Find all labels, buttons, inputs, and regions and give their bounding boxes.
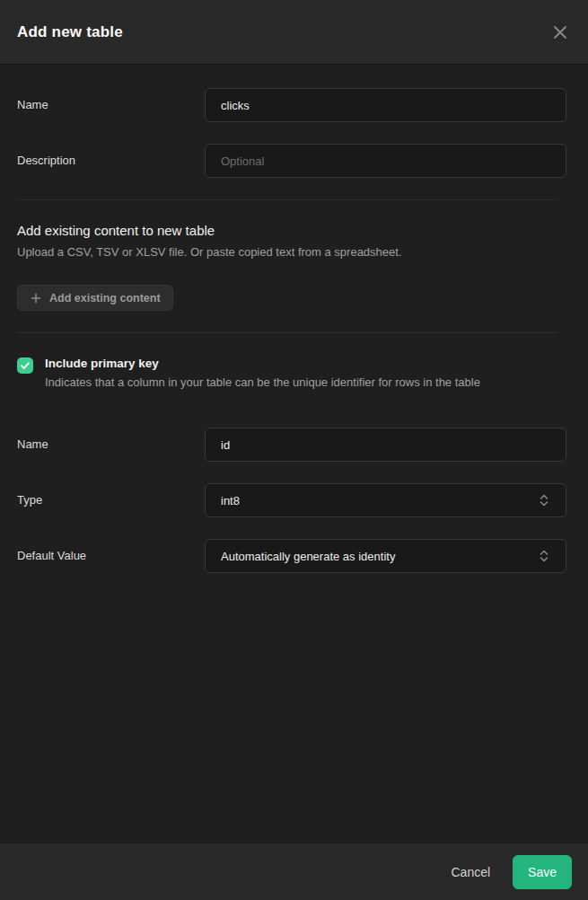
close-button[interactable] (548, 20, 573, 45)
description-input[interactable] (205, 144, 566, 178)
add-new-table-dialog: Add new table Name Description Add exist… (0, 0, 588, 900)
primary-key-row: Include primary key Indicates that a col… (17, 357, 566, 389)
divider (17, 332, 557, 333)
include-primary-key-checkbox[interactable] (17, 357, 33, 374)
primary-key-text: Include primary key Indicates that a col… (45, 357, 480, 389)
save-button[interactable]: Save (513, 855, 572, 889)
dialog-header: Add new table (0, 0, 588, 65)
default-value-row: Default Value Automatically generate as … (17, 539, 566, 573)
add-existing-content-button[interactable]: Add existing content (17, 285, 173, 311)
description-row: Description (17, 144, 566, 178)
import-section-subtitle: Upload a CSV, TSV or XLSV file. Or paste… (17, 245, 566, 259)
check-icon (20, 360, 31, 371)
divider (17, 199, 557, 200)
table-name-label: Name (17, 88, 205, 111)
import-section: Add existing content to new table Upload… (17, 223, 566, 311)
primary-key-description: Indicates that a column in your table ca… (45, 375, 480, 389)
add-existing-content-label: Add existing content (49, 292, 161, 304)
cancel-button[interactable]: Cancel (440, 857, 501, 887)
dialog-title: Add new table (17, 23, 123, 41)
default-value-label: Default Value (17, 539, 205, 562)
column-type-row: Type int8 (17, 483, 566, 517)
chevron-up-down-icon (538, 549, 550, 563)
column-name-row: Name (17, 428, 566, 462)
column-type-value: int8 (221, 494, 240, 507)
dialog-body: Name Description Add existing content to… (0, 66, 588, 843)
table-name-row: Name (17, 88, 566, 122)
plus-icon (30, 292, 42, 304)
column-type-label: Type (17, 483, 205, 507)
chevron-up-down-icon (538, 493, 550, 507)
dialog-footer: Cancel Save (0, 843, 588, 900)
primary-key-label: Include primary key (45, 357, 480, 370)
default-value-select[interactable]: Automatically generate as identity (205, 539, 566, 573)
close-icon (551, 23, 569, 41)
column-type-select[interactable]: int8 (205, 483, 566, 517)
description-label: Description (17, 144, 205, 167)
import-section-heading: Add existing content to new table (17, 223, 566, 238)
default-value-value: Automatically generate as identity (221, 550, 395, 563)
column-name-label: Name (17, 428, 205, 451)
table-name-input[interactable] (205, 88, 566, 122)
column-name-input[interactable] (205, 428, 566, 462)
